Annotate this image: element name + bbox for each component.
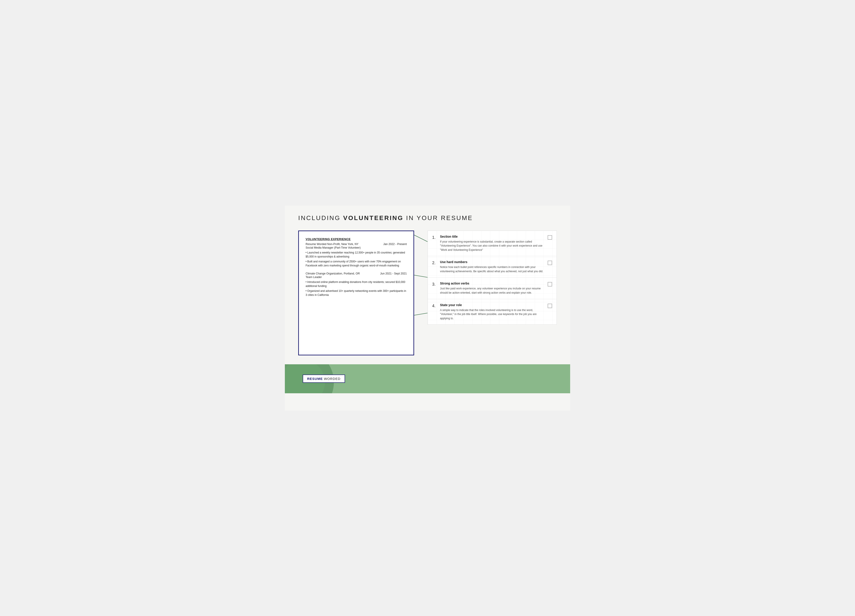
bullet-2-2: • Organized and advertised 10+ quarterly… (306, 289, 407, 297)
bullet-1-1: • Launched a weekly newsletter reaching … (306, 251, 407, 259)
logo-text-light: WORDED (324, 377, 340, 380)
connector-svg (414, 230, 428, 356)
tip-content-4: State your role A simple way to indicate… (440, 303, 544, 320)
tip-title-1: Section title (440, 235, 544, 238)
svg-line-0 (414, 235, 428, 242)
footer-background: RESUME WORDED (285, 364, 570, 393)
job-block-2: Climate Change Organization, Portland, O… (306, 272, 407, 297)
tips-panel: 1. Section title If your volunteering ex… (428, 230, 557, 325)
tip-item-2: 2. Use hard numbers Notice how each bull… (428, 256, 556, 277)
tip-item-4: 4. State your role A simple way to indic… (428, 299, 556, 325)
tip-item-3: 3. Strong action verbs Just like paid wo… (428, 277, 556, 299)
job-header-1: Resume Worded Non-Profit, New York, NY J… (306, 242, 407, 246)
tip-title-3: Strong action verbs (440, 282, 544, 285)
svg-line-2 (414, 313, 428, 315)
page-wrapper: INCLUDING VOLUNTEERING IN YOUR RESUME VO… (285, 205, 570, 411)
job-org-2: Climate Change Organization, Portland, O… (306, 272, 360, 275)
tip-number-2: 2. (432, 260, 440, 265)
tip-checkbox-1[interactable] (548, 235, 552, 240)
tip-number-3: 3. (432, 282, 440, 287)
tip-content-2: Use hard numbers Notice how each bullet … (440, 260, 544, 273)
logo-box: RESUME WORDED (303, 375, 345, 383)
tip-number-4: 4. (432, 303, 440, 308)
tip-text-4: A simple way to indicate that the roles … (440, 308, 544, 320)
job-date-1: Jan 2022 - Present (383, 242, 407, 246)
tip-checkbox-3[interactable] (548, 282, 552, 287)
section-heading: VOLUNTEERING EXPERIENCE (306, 238, 407, 241)
content-area: VOLUNTEERING EXPERIENCE Resume Worded No… (298, 230, 557, 356)
tip-text-3: Just like paid work experience, any volu… (440, 287, 544, 295)
tip-title-4: State your role (440, 303, 544, 307)
logo-container: RESUME WORDED (303, 375, 345, 383)
job-org-1: Resume Worded Non-Profit, New York, NY (306, 242, 359, 246)
tip-item-1: 1. Section title If your volunteering ex… (428, 231, 556, 256)
bullet-1-2: • Built and managed a community of 2500+… (306, 259, 407, 268)
tip-number-1: 1. (432, 235, 440, 240)
tip-text-2: Notice how each bullet point references … (440, 265, 544, 273)
job-title-1: Social Media Manager (Part-Time Voluntee… (306, 246, 407, 249)
tip-content-3: Strong action verbs Just like paid work … (440, 282, 544, 295)
resume-panel: VOLUNTEERING EXPERIENCE Resume Worded No… (298, 230, 414, 356)
page-title: INCLUDING VOLUNTEERING IN YOUR RESUME (298, 215, 557, 222)
job-date-2: Jun 2021 - Sept 2021 (380, 272, 407, 275)
tip-checkbox-4[interactable] (548, 303, 552, 308)
logo-text-bold: RESUME (307, 377, 323, 380)
tip-content-1: Section title If your volunteering exper… (440, 235, 544, 252)
tip-checkbox-2[interactable] (548, 260, 552, 265)
tip-title-2: Use hard numbers (440, 260, 544, 264)
job-block-1: VOLUNTEERING EXPERIENCE Resume Worded No… (306, 238, 407, 268)
bullet-2-1: • Introduced online platform enabling do… (306, 280, 407, 288)
svg-line-1 (414, 275, 428, 277)
job-title-2: Team Leader (306, 276, 407, 279)
job-header-2: Climate Change Organization, Portland, O… (306, 272, 407, 275)
footer-area: RESUME WORDED (298, 364, 557, 393)
tip-text-1: If your volunteering experience is subst… (440, 240, 544, 252)
